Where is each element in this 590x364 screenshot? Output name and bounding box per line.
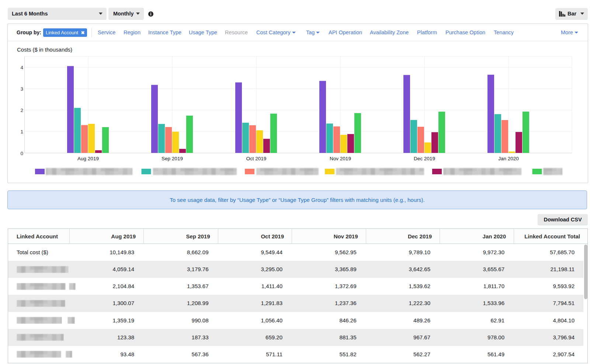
svg-text:Sep 2019: Sep 2019 [162,156,183,161]
svg-text:0: 0 [20,151,23,156]
svg-text:4: 4 [20,65,23,70]
svg-text:Aug 2019: Aug 2019 [77,156,99,161]
svg-text:1: 1 [20,129,23,134]
svg-text:Dec 2019: Dec 2019 [414,156,435,161]
svg-text:2: 2 [20,108,23,113]
svg-text:Jan 2020: Jan 2020 [498,156,519,161]
svg-text:Oct 2019: Oct 2019 [246,156,267,161]
svg-text:3: 3 [20,86,23,92]
svg-text:Nov 2019: Nov 2019 [330,156,351,161]
svg-text:Costs ($ in thousands): Costs ($ in thousands) [17,46,72,53]
